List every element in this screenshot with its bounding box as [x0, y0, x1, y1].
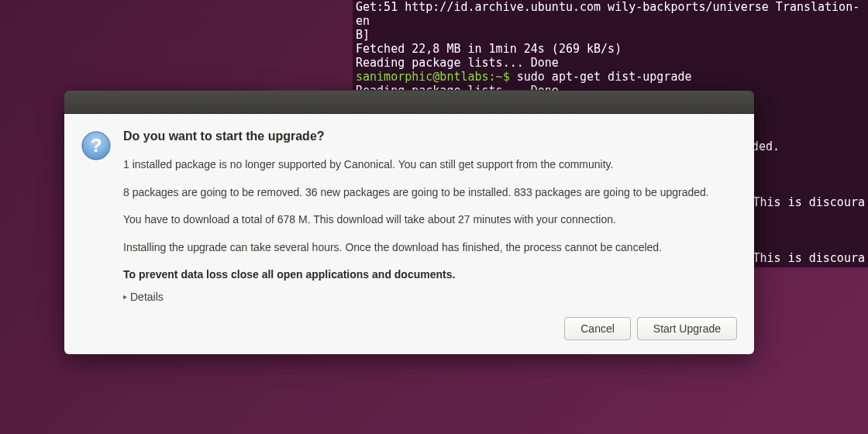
question-icon: ?	[81, 131, 111, 160]
terminal-line: Fetched 22,8 MB in 1min 24s (269 kB/s)	[356, 42, 622, 56]
terminal-line: Reading package lists... Done	[356, 56, 559, 70]
dialog-paragraph: 1 installed package is no longer support…	[123, 157, 737, 173]
dialog-paragraph: 8 packages are going to be removed. 36 n…	[123, 185, 737, 201]
dialog-titlebar[interactable]	[64, 91, 754, 114]
dialog-warning: To prevent data loss close all open appl…	[123, 267, 737, 283]
upgrade-dialog: ? Do you want to start the upgrade? 1 in…	[64, 91, 754, 354]
svg-text:?: ?	[91, 135, 102, 156]
dialog-paragraph: You have to download a total of 678 M. T…	[123, 212, 737, 228]
dialog-button-row: Cancel Start Upgrade	[123, 317, 737, 340]
terminal-line: Get:51 http://id.archive.ubuntu.com wily…	[356, 0, 859, 28]
start-upgrade-button[interactable]: Start Upgrade	[637, 317, 737, 340]
details-expander[interactable]: ▸ Details	[123, 291, 737, 303]
dialog-content: Do you want to start the upgrade? 1 inst…	[123, 129, 737, 340]
terminal-prompt: sanimorphic@bntlabs:~$	[356, 70, 517, 84]
dialog-paragraph: Installing the upgrade can take several …	[123, 240, 737, 256]
terminal-command: sudo apt-get dist-upgrade	[517, 70, 692, 84]
details-label: Details	[130, 291, 164, 303]
dialog-body: ? Do you want to start the upgrade? 1 in…	[64, 114, 754, 354]
terminal-line: B]	[356, 28, 370, 42]
chevron-right-icon: ▸	[123, 292, 127, 301]
dialog-title: Do you want to start the upgrade?	[123, 129, 737, 143]
cancel-button[interactable]: Cancel	[564, 317, 631, 340]
